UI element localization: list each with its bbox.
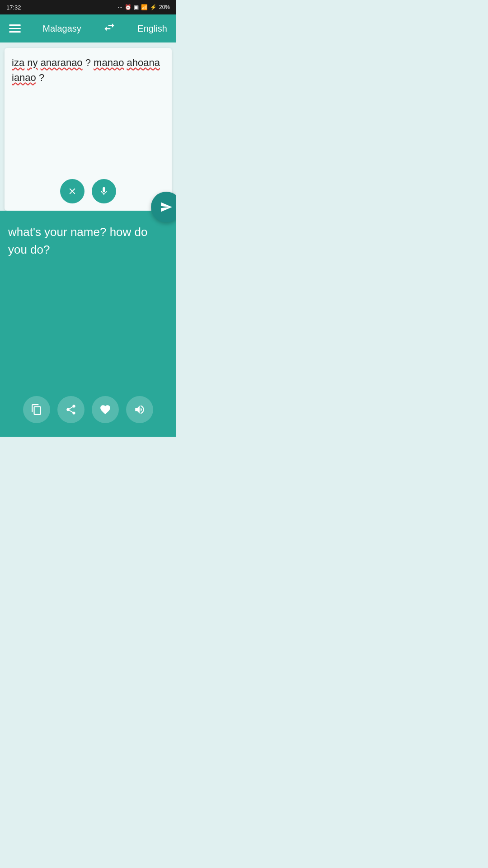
word-ahoana: ahoana [127, 57, 160, 68]
word-ianao: ianao [12, 72, 36, 83]
question1: ? [85, 57, 94, 68]
swap-language-button[interactable] [103, 21, 116, 36]
signal-icon: 📶 [141, 4, 148, 10]
word-anaranao: anaranao [41, 57, 83, 68]
dots-icon: ··· [118, 4, 122, 10]
word-manao: manao [94, 57, 124, 68]
clear-button[interactable] [60, 179, 84, 203]
favorite-button[interactable] [92, 396, 119, 423]
copy-button[interactable] [23, 396, 50, 423]
status-bar: 17:32 ··· ⏰ ▣ 📶 ⚡ 20% [0, 0, 176, 14]
input-buttons [60, 179, 116, 203]
microphone-button[interactable] [92, 179, 116, 203]
status-icons: ··· ⏰ ▣ 📶 ⚡ 20% [118, 4, 170, 10]
source-language-label[interactable]: Malagasy [42, 24, 81, 34]
main-content: iza ny anaranao ? manao ahoana ianao ? [0, 42, 176, 437]
output-actions [23, 396, 153, 423]
toolbar: Malagasy English [0, 14, 176, 42]
output-section: what's your name? how do you do? [0, 211, 176, 437]
speak-button[interactable] [126, 396, 153, 423]
sim-icon: ▣ [134, 4, 139, 10]
word-ny2: ny [27, 57, 38, 68]
output-text: what's your name? how do you do? [8, 223, 168, 259]
word-iza: iza [12, 57, 24, 68]
input-text[interactable]: iza ny anaranao ? manao ahoana ianao ? [12, 55, 164, 85]
battery-label: 20% [159, 4, 170, 10]
time-label: 17:32 [6, 4, 21, 11]
charging-icon: ⚡ [150, 4, 157, 10]
question2: ? [39, 72, 44, 83]
input-section: iza ny anaranao ? manao ahoana ianao ? [5, 48, 172, 211]
target-language-label[interactable]: English [137, 24, 167, 34]
share-button[interactable] [57, 396, 84, 423]
alarm-icon: ⏰ [125, 4, 131, 10]
menu-button[interactable] [9, 24, 21, 33]
